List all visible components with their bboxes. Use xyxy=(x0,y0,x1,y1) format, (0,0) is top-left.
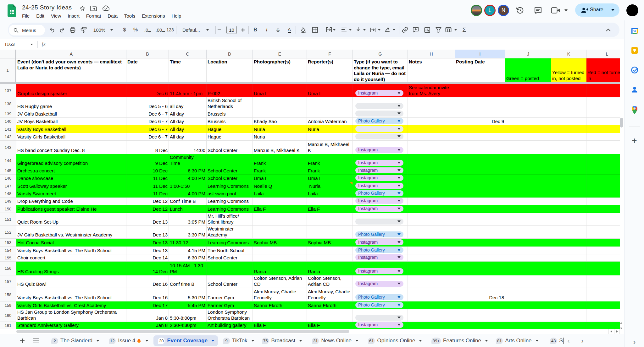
svg-text:31: 31 xyxy=(633,30,636,33)
